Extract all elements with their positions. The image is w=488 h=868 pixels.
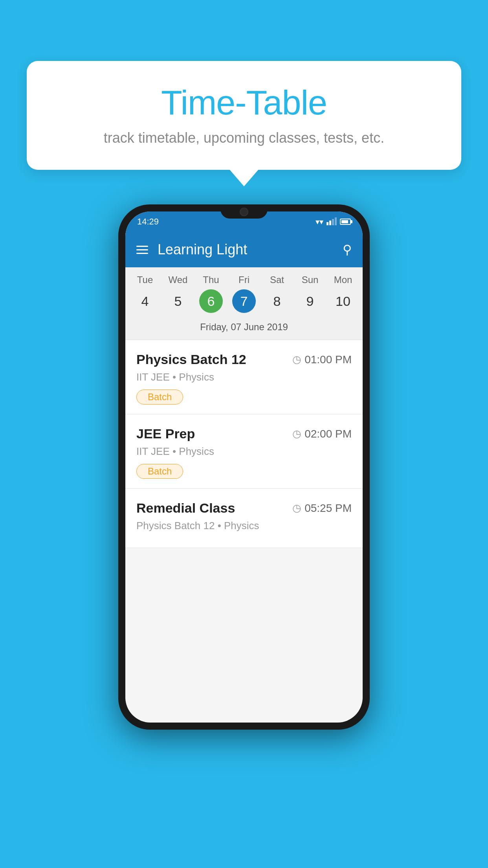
day-headers: TueWedThuFriSatSunMon (125, 274, 363, 285)
batch-badge: Batch (136, 390, 183, 405)
phone-outer: 14:29 ▾▾ Learning Light (118, 204, 370, 730)
phone-camera (240, 208, 248, 216)
day-number[interactable]: 5 (166, 289, 190, 313)
day-header: Thu (194, 274, 227, 285)
class-name: JEE Prep (136, 426, 195, 441)
class-item[interactable]: Physics Batch 12◷01:00 PMIIT JEE • Physi… (125, 340, 363, 414)
speech-bubble-card: Time-Table track timetable, upcoming cla… (27, 61, 461, 170)
day-header: Sat (261, 274, 294, 285)
day-header: Mon (327, 274, 360, 285)
signal-icon (327, 218, 337, 225)
class-list: Physics Batch 12◷01:00 PMIIT JEE • Physi… (125, 340, 363, 548)
class-item-header: JEE Prep◷02:00 PM (136, 426, 352, 441)
day-numbers[interactable]: 45678910 (125, 289, 363, 313)
feature-subtitle: track timetable, upcoming classes, tests… (50, 130, 438, 146)
clock-icon: ◷ (292, 502, 301, 514)
app-toolbar: Learning Light ⚲ (125, 232, 363, 267)
phone-notch (220, 204, 268, 219)
search-button[interactable]: ⚲ (343, 242, 352, 257)
batch-badge: Batch (136, 464, 183, 479)
class-subject: Physics Batch 12 • Physics (136, 520, 352, 532)
feature-title: Time-Table (50, 83, 438, 123)
status-time: 14:29 (137, 217, 159, 227)
clock-icon: ◷ (292, 353, 301, 366)
status-icons: ▾▾ (316, 217, 351, 226)
class-time-value: 01:00 PM (305, 353, 352, 366)
clock-icon: ◷ (292, 428, 301, 440)
class-name: Physics Batch 12 (136, 352, 246, 367)
wifi-icon: ▾▾ (316, 217, 323, 226)
class-subject: IIT JEE • Physics (136, 371, 352, 383)
day-number[interactable]: 6 (199, 289, 223, 313)
class-time: ◷05:25 PM (292, 502, 352, 515)
class-subject: IIT JEE • Physics (136, 445, 352, 458)
hamburger-menu-button[interactable] (136, 246, 148, 254)
day-number[interactable]: 7 (232, 289, 256, 313)
phone-screen: 14:29 ▾▾ Learning Light (125, 211, 363, 723)
class-time-value: 05:25 PM (305, 502, 352, 515)
class-time: ◷02:00 PM (292, 428, 352, 440)
class-time-value: 02:00 PM (305, 428, 352, 440)
toolbar-left: Learning Light (136, 241, 247, 258)
day-number[interactable]: 4 (133, 289, 157, 313)
day-number[interactable]: 8 (265, 289, 289, 313)
class-time: ◷01:00 PM (292, 353, 352, 366)
day-header: Wed (161, 274, 194, 285)
day-header: Tue (128, 274, 161, 285)
day-header: Sun (294, 274, 327, 285)
class-item[interactable]: Remedial Class◷05:25 PMPhysics Batch 12 … (125, 489, 363, 548)
class-item[interactable]: JEE Prep◷02:00 PMIIT JEE • PhysicsBatch (125, 414, 363, 489)
day-header: Fri (227, 274, 261, 285)
calendar-strip[interactable]: TueWedThuFriSatSunMon 45678910 Friday, 0… (125, 267, 363, 340)
class-item-header: Physics Batch 12◷01:00 PM (136, 352, 352, 367)
day-number[interactable]: 10 (331, 289, 355, 313)
battery-icon (340, 219, 351, 225)
selected-date-label: Friday, 07 June 2019 (125, 318, 363, 340)
day-number[interactable]: 9 (298, 289, 322, 313)
app-title: Learning Light (158, 241, 247, 258)
class-item-header: Remedial Class◷05:25 PM (136, 500, 352, 516)
phone-mockup: 14:29 ▾▾ Learning Light (118, 204, 370, 730)
class-name: Remedial Class (136, 500, 235, 516)
